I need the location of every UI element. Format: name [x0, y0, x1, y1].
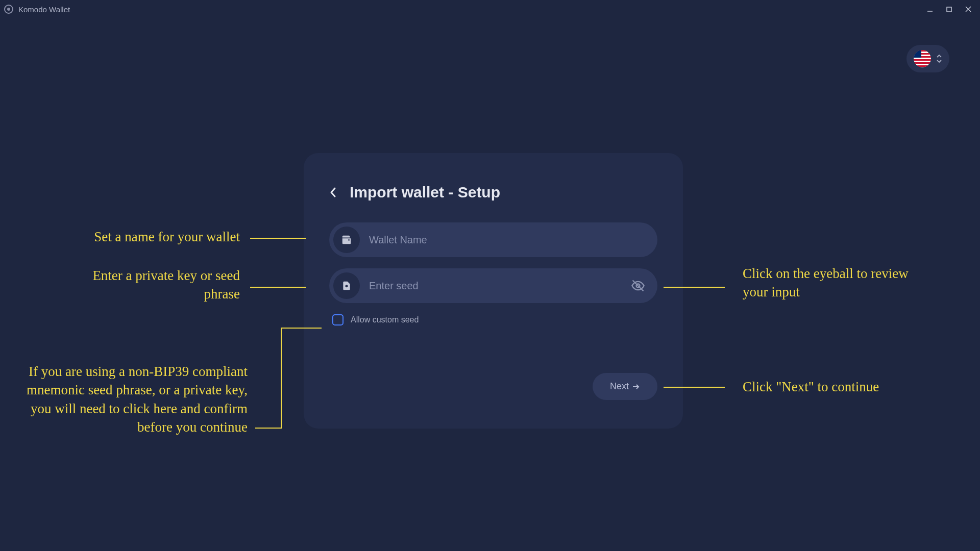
annotation-custom-seed: If you are using a non-BIP39 compliant m…: [26, 362, 248, 437]
arrow-right-icon: [632, 383, 640, 391]
annotation-line: [255, 428, 281, 429]
annotation-line: [250, 238, 306, 239]
svg-rect-10: [914, 65, 931, 67]
minimize-button[interactable]: [926, 6, 934, 13]
close-button[interactable]: [965, 6, 972, 13]
titlebar: Komodo Wallet: [0, 0, 980, 18]
next-button[interactable]: Next: [593, 373, 657, 400]
file-key-icon: [333, 272, 360, 299]
annotation-eye: Click on the eyeball to review your inpu…: [743, 264, 932, 302]
svg-rect-9: [914, 62, 931, 64]
seed-input[interactable]: [369, 280, 628, 292]
svg-rect-5: [914, 50, 931, 52]
language-selector[interactable]: [906, 45, 949, 72]
app-icon: [4, 5, 13, 14]
svg-rect-1: [947, 7, 951, 12]
chevron-updown-icon: [936, 54, 942, 63]
allow-custom-seed-checkbox[interactable]: [332, 314, 344, 325]
annotation-line: [664, 287, 725, 288]
annotation-line: [664, 387, 725, 388]
visibility-toggle-icon[interactable]: [628, 276, 648, 296]
card-title: Import wallet - Setup: [350, 184, 500, 201]
svg-rect-11: [914, 50, 921, 58]
wallet-icon: [333, 227, 360, 253]
card-header: Import wallet - Setup: [329, 184, 657, 201]
allow-custom-seed-row: Allow custom seed: [332, 314, 657, 325]
annotation-wallet-name: Set a name for your wallet: [26, 228, 240, 246]
next-button-label: Next: [610, 381, 629, 392]
maximize-button[interactable]: [946, 6, 952, 13]
titlebar-left: Komodo Wallet: [4, 5, 70, 14]
annotation-line: [250, 287, 306, 288]
import-wallet-card: Import wallet - Setup Allow custom seed …: [304, 153, 683, 429]
back-button[interactable]: [329, 186, 337, 198]
seed-row: [329, 268, 657, 303]
annotation-line: [281, 328, 282, 429]
annotation-next: Click "Next" to continue: [743, 378, 947, 396]
allow-custom-seed-label: Allow custom seed: [351, 315, 419, 324]
app-title: Komodo Wallet: [18, 5, 70, 14]
wallet-name-row: [329, 222, 657, 257]
svg-rect-8: [914, 59, 931, 61]
window-controls: [926, 6, 976, 13]
wallet-name-input[interactable]: [369, 234, 648, 246]
flag-us-icon: [914, 50, 931, 67]
annotation-seed: Enter a private key or seed phrase: [61, 266, 240, 304]
annotation-line: [281, 328, 322, 329]
